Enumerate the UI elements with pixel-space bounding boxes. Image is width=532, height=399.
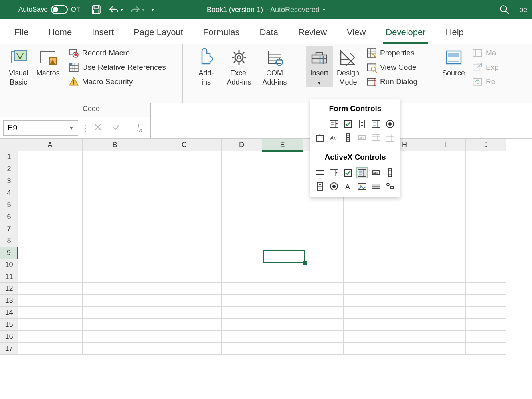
cell[interactable] [147, 307, 222, 319]
design-mode-button[interactable]: Design Mode [333, 46, 363, 87]
cell[interactable] [18, 283, 83, 295]
cell[interactable] [83, 331, 147, 343]
tab-page-layout[interactable]: Page Layout [131, 25, 186, 44]
cell[interactable] [262, 295, 303, 307]
cell[interactable] [262, 151, 303, 163]
use-relative-references-button[interactable]: Use Relative References [69, 62, 166, 73]
com-addins-button[interactable]: COM Add-ins [259, 46, 291, 87]
cell[interactable] [262, 331, 303, 343]
row-header-1[interactable]: 1 [0, 151, 18, 163]
cell[interactable] [344, 283, 384, 295]
row-header-15[interactable]: 15 [0, 319, 18, 331]
customize-qat-button[interactable]: ▾ [152, 7, 154, 12]
cell[interactable] [262, 187, 303, 199]
toggle-switch-icon[interactable] [51, 5, 68, 14]
cell[interactable] [425, 343, 466, 355]
cell[interactable] [466, 271, 506, 283]
cell[interactable] [262, 319, 303, 331]
cell[interactable] [466, 343, 506, 355]
cell[interactable] [466, 151, 506, 163]
cell[interactable] [222, 247, 262, 259]
cell[interactable] [344, 235, 384, 247]
row-header-17[interactable]: 17 [0, 343, 18, 355]
document-title[interactable]: Book1 (version 1) - AutoRecovered ▾ [207, 6, 325, 14]
cell[interactable] [303, 343, 344, 355]
cell[interactable] [384, 307, 425, 319]
cell[interactable] [425, 331, 466, 343]
cell[interactable] [425, 295, 466, 307]
form-scrollbar-control[interactable] [342, 132, 354, 143]
cell[interactable] [83, 343, 147, 355]
cell[interactable] [384, 343, 425, 355]
cell[interactable] [344, 331, 384, 343]
cell[interactable] [83, 247, 147, 259]
col-header-B[interactable]: B [83, 139, 147, 151]
run-dialog-button[interactable]: Run Dialog [366, 77, 417, 87]
cell[interactable] [262, 235, 303, 247]
cell[interactable] [425, 235, 466, 247]
cell[interactable] [147, 223, 222, 235]
cell[interactable] [425, 199, 466, 211]
cell[interactable] [83, 163, 147, 175]
cell[interactable] [466, 187, 506, 199]
cell[interactable] [384, 295, 425, 307]
cell[interactable] [222, 343, 262, 355]
cell[interactable] [147, 163, 222, 175]
row-header-10[interactable]: 10 [0, 259, 18, 271]
cell[interactable] [466, 307, 506, 319]
cell[interactable] [384, 211, 425, 223]
cell[interactable] [466, 331, 506, 343]
macros-button[interactable]: Macros [32, 46, 64, 87]
cell[interactable] [344, 247, 384, 259]
cell[interactable] [222, 151, 262, 163]
cell[interactable] [222, 211, 262, 223]
cell[interactable] [466, 235, 506, 247]
cell[interactable] [83, 235, 147, 247]
row-header-5[interactable]: 5 [0, 199, 18, 211]
autosave-toggle[interactable]: AutoSave Off [18, 5, 80, 14]
more-icon[interactable]: ⋮ [81, 123, 89, 133]
expansion-packs-button[interactable]: Exp [472, 62, 499, 73]
cell[interactable] [18, 199, 83, 211]
cell[interactable] [344, 259, 384, 271]
macro-security-button[interactable]: Macro Security [69, 77, 166, 87]
cell[interactable] [18, 223, 83, 235]
cell[interactable] [262, 199, 303, 211]
cell[interactable] [344, 211, 384, 223]
tab-insert[interactable]: Insert [89, 25, 116, 44]
cell[interactable] [147, 247, 222, 259]
form-spin-button-control[interactable] [356, 119, 368, 130]
cell[interactable] [18, 295, 83, 307]
cell[interactable] [83, 283, 147, 295]
activex-option-button-control[interactable] [328, 181, 340, 192]
row-header-9[interactable]: 9 [0, 247, 18, 259]
activex-spin-button-control[interactable] [314, 181, 326, 192]
cell[interactable] [147, 331, 222, 343]
col-header-J[interactable]: J [466, 139, 506, 151]
col-header-A[interactable]: A [18, 139, 83, 151]
undo-button[interactable]: ▾ [109, 4, 123, 15]
row-header-4[interactable]: 4 [0, 187, 18, 199]
row-header-12[interactable]: 12 [0, 283, 18, 295]
cell[interactable] [83, 175, 147, 187]
cell[interactable] [425, 319, 466, 331]
cell[interactable] [147, 235, 222, 247]
enter-formula-button[interactable] [112, 123, 121, 133]
cell[interactable] [262, 271, 303, 283]
cell[interactable] [222, 319, 262, 331]
cell[interactable] [18, 163, 83, 175]
cell[interactable] [303, 235, 344, 247]
cell[interactable] [262, 247, 303, 259]
redo-button[interactable]: ▾ [130, 4, 144, 15]
col-header-E[interactable]: E [262, 139, 303, 151]
cell[interactable] [425, 247, 466, 259]
visual-basic-button[interactable]: Visual Basic [5, 46, 32, 87]
insert-function-button[interactable]: fx [137, 123, 142, 133]
cell[interactable] [83, 223, 147, 235]
chevron-down-icon[interactable]: ▼ [69, 125, 74, 131]
row-header-11[interactable]: 11 [0, 271, 18, 283]
user-name[interactable]: pe [519, 6, 527, 14]
cell[interactable] [466, 175, 506, 187]
cell[interactable] [466, 211, 506, 223]
cell[interactable] [147, 199, 222, 211]
